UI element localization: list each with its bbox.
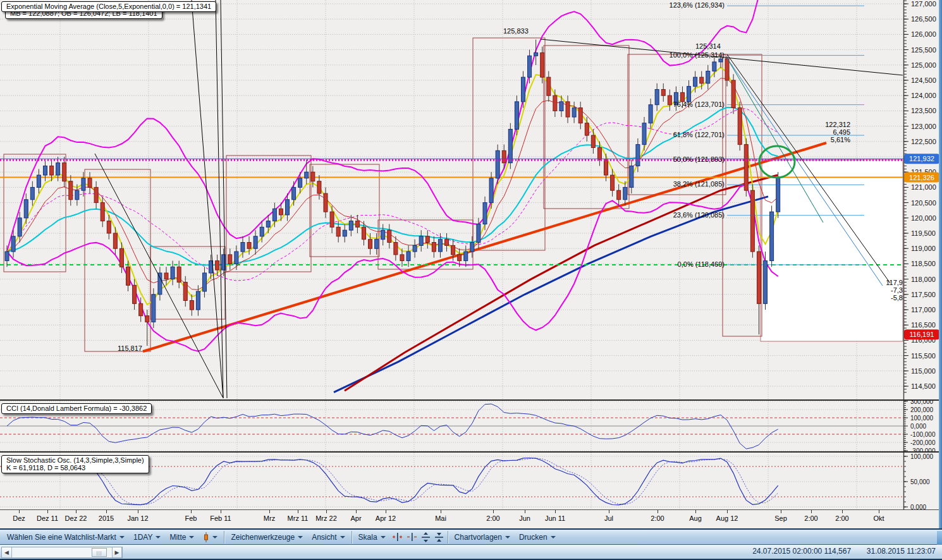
svg-text:126,000: 126,000 — [911, 30, 936, 38]
time-axis-tick — [191, 510, 192, 513]
view-button[interactable]: Ansicht — [307, 532, 349, 543]
scale-compress-vertical-button[interactable] — [432, 531, 446, 544]
svg-text:123,500: 123,500 — [911, 107, 936, 114]
time-axis-tick — [76, 510, 76, 513]
time-axis-tick — [727, 510, 728, 513]
time-axis-tick — [386, 510, 386, 513]
price-chart-panel[interactable]: 114,500115,000115,500116,000116,500117,0… — [0, 0, 942, 399]
time-axis-label: Mrz 22 — [315, 514, 337, 522]
svg-text:116,191: 116,191 — [910, 331, 934, 338]
trading-app-window: 114,500115,000115,500116,000116,500117,0… — [0, 0, 942, 560]
status-bar: ◀ ||| ▶ 24.07.2015 02:00:00 114,567 31.0… — [0, 545, 942, 560]
scale-compress-horizontal-button[interactable] — [405, 531, 419, 543]
window-edge-scroll-strip[interactable] — [939, 0, 942, 528]
period-select-label: 1DAY — [133, 533, 152, 542]
svg-text:117,000: 117,000 — [911, 306, 936, 313]
svg-text:0,000: 0,000 — [910, 504, 926, 510]
svg-text:122,500: 122,500 — [911, 138, 936, 145]
svg-text:117,500: 117,500 — [911, 291, 936, 298]
stochastic-indicator-label: Slow Stochastic Osc. (14,3,Simple,3,Simp… — [1, 455, 149, 473]
time-axis-tick — [47, 510, 48, 513]
time-axis-label: Okt — [873, 514, 884, 522]
price-axis[interactable]: 114,500115,000115,500116,000116,500117,0… — [904, 0, 942, 399]
time-axis-label: 2:00 — [835, 514, 848, 522]
price-chart-svg[interactable]: 114,500115,000115,500116,000116,500117,0… — [0, 0, 942, 399]
chevron-down-icon — [156, 536, 161, 541]
time-axis-label: Sep — [774, 514, 787, 522]
svg-text:120,000: 120,000 — [911, 214, 936, 222]
svg-text:100,000: 100,000 — [910, 453, 934, 460]
svg-text:200,000: 200,000 — [910, 406, 934, 413]
status-datetime: 24.07.2015 02:00:00 114,567 31.08.2015 1… — [752, 547, 936, 556]
time-axis-label: Jul — [604, 514, 613, 522]
chevron-down-icon — [212, 536, 217, 541]
svg-text:124,500: 124,500 — [911, 76, 936, 84]
time-axis-label: 2:00 — [804, 514, 817, 522]
drawing-tools-button[interactable]: Zeichenwerkzeuge — [226, 532, 307, 543]
chart-templates-button[interactable]: Chartvorlagen — [450, 532, 515, 543]
time-axis-label: Feb 11 — [210, 514, 231, 522]
chart-type-button[interactable] — [199, 531, 222, 544]
scroll-right-button[interactable]: ▶ — [112, 547, 122, 557]
position-select-label: Mitte — [169, 533, 186, 542]
time-axis-tick — [658, 510, 658, 513]
time-axis-label: Jun 11 — [545, 514, 565, 522]
time-axis-tick — [781, 510, 781, 513]
cci-indicator-text: CCI (14,Donald Lambert Formula) = -30,38… — [6, 405, 147, 412]
chevron-down-icon — [340, 536, 345, 541]
scale-expand-vertical-button[interactable] — [419, 531, 432, 544]
print-button[interactable]: Drucken — [515, 532, 560, 543]
time-axis-label: 2015 — [99, 514, 114, 522]
svg-text:118,500: 118,500 — [911, 260, 936, 267]
svg-text:100,000: 100,000 — [910, 415, 934, 422]
time-axis-label: 2:00 — [651, 514, 664, 522]
chevron-down-icon — [298, 536, 303, 541]
svg-text:-100,000: -100,000 — [910, 431, 936, 438]
chevron-down-icon — [189, 536, 194, 541]
chevron-down-icon — [551, 536, 556, 541]
time-axis-tick — [326, 510, 327, 513]
scroll-left-button[interactable]: ◀ — [2, 547, 12, 557]
time-axis-tick — [493, 510, 494, 513]
price-badge: 116,191 — [904, 329, 939, 339]
time-axis-label: Aug 12 — [716, 514, 738, 522]
scale-label: Skala — [358, 533, 377, 542]
toolbar-separator — [352, 531, 352, 544]
scale-expand-horizontal-button[interactable] — [390, 531, 405, 543]
svg-text:116,500: 116,500 — [911, 321, 936, 329]
visible-range-end: 31.08.2015 11:23:07 — [867, 547, 936, 556]
stochastic-indicator-text: Slow Stochastic Osc. (14,3,Simple,3,Simp… — [6, 456, 144, 464]
svg-text:125,000: 125,000 — [911, 61, 936, 69]
time-axis-tick — [138, 510, 138, 513]
position-select-button[interactable]: Mitte — [165, 532, 199, 543]
horizontal-scrollbar[interactable]: ◀ ||| ▶ — [1, 547, 123, 558]
time-axis-tick — [811, 510, 812, 513]
time-axis-tick — [106, 510, 107, 513]
time-axis-label: Jan 12 — [127, 514, 148, 522]
fib-projection-zone — [761, 160, 903, 341]
cci-panel[interactable]: 300,000200,000100,0000,000-100,000-200,0… — [0, 401, 942, 451]
view-label: Ansicht — [312, 533, 336, 542]
stochastic-panel[interactable]: 100,00050,0000,000 Slow Stochastic Osc. … — [0, 453, 942, 509]
toolbar-corner-widget[interactable] — [937, 531, 942, 545]
time-axis[interactable]: DezDez 11Dez 222015Jan 12FebFeb 11MrzMrz… — [0, 509, 942, 528]
toolbar-separator — [448, 531, 448, 544]
svg-text:127,000: 127,000 — [911, 0, 936, 8]
print-label: Drucken — [519, 533, 547, 542]
time-axis-tick — [525, 510, 525, 513]
watchlist-select-label: Wählen Sie eine Watchlist-Markt — [7, 533, 116, 542]
watchlist-select-button[interactable]: Wählen Sie eine Watchlist-Markt — [3, 532, 129, 543]
scrollbar-thumb[interactable]: ||| — [92, 548, 107, 557]
time-axis-label: Mrz 11 — [288, 514, 309, 522]
scale-button[interactable]: Skala — [354, 532, 390, 543]
svg-text:125,500: 125,500 — [911, 46, 936, 54]
time-axis-label: Dez 22 — [65, 514, 87, 522]
time-axis-tick — [298, 510, 298, 513]
svg-text:119,000: 119,000 — [911, 245, 936, 252]
svg-text:121,326: 121,326 — [909, 174, 934, 181]
time-axis-label: 2:00 — [486, 514, 499, 522]
time-axis-tick — [879, 510, 879, 513]
svg-text:300,000: 300,000 — [910, 401, 934, 405]
period-select-button[interactable]: 1DAY — [129, 532, 165, 543]
time-axis-tick — [356, 510, 357, 513]
